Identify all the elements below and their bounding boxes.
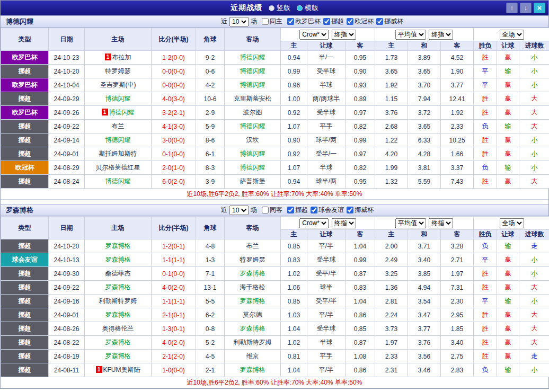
match-count-select[interactable]: 10 [229,206,249,215]
scope-select[interactable]: 全场 [500,30,524,40]
euro-odds-source-select[interactable]: 平均值 [395,218,426,228]
handicap-outcome: 输 [497,161,519,175]
title-group: 近期战绩 竖版 横版 [1,1,548,15]
euro-draw-odds: 5.59 [408,175,441,189]
league-filter-checkbox[interactable] [287,18,294,25]
league-filter[interactable]: 挪威杯 [347,206,374,215]
match-row: 欧罗巴杯24-10-04圣吉罗斯(中)0-0(0-0)4-2博德闪耀0.96半球… [1,78,549,92]
euro-away-odds: 7.43 [441,175,474,189]
league-tag: 挪超 [1,295,49,308]
away-team-name: 博德闪耀 [240,54,265,61]
title-bar: 近期战绩 竖版 横版 ↑ ↓ × [1,1,548,15]
league-filter[interactable]: 欧冠杯 [347,17,374,26]
match-score: 4-0(3-0) [152,92,196,106]
win-draw-loss: 负 [474,161,497,175]
layout-radio-horizontal[interactable]: 横版 [297,3,318,13]
euro-home-odds: 3.65 [375,65,408,78]
match-score: 1-0(0-0) [152,363,196,377]
home-team-name: KFUM奥斯陆 [103,366,140,373]
match-row: 欧冠杯24-08-29贝尔格莱德红星2-0(1-0)8-3博德闪耀1.07半球0… [1,161,549,175]
euro-away-odds: 3.77 [441,78,474,92]
close-button[interactable]: × [534,3,545,13]
same-venue-checkbox[interactable] [262,18,269,25]
match-score: 1-3(0-1) [152,322,196,336]
match-row: 挪超24-09-29博德闪耀4-0(3-0)10-6克里斯蒂安松1.00两/两球… [1,92,549,106]
league-filter-checkbox[interactable] [323,18,330,25]
match-date: 24-10-20 [49,65,85,78]
match-score: 1-1(1-1) [152,295,196,308]
asia-handicap: 受半球 [307,253,346,267]
away-team: 博德闪耀 [225,147,281,161]
euro-home-odds: 3.76 [375,106,408,120]
away-team-name: 博德闪耀 [240,150,265,157]
corner-count: 6-2 [196,308,225,322]
asia-odds-source-select[interactable]: Crow* [299,218,329,228]
layout-radio-vertical[interactable]: 竖版 [269,3,290,13]
league-filter-checkbox[interactable] [347,207,353,213]
league-filter[interactable]: 挪超 [287,206,308,215]
corner-count: 5-9 [196,120,225,133]
scope-select[interactable]: 全场 [500,218,524,228]
summary-line: 近10场,胜6平2负2, 胜率:60% 让胜率:70% 大率:40% 单率:50… [1,189,548,200]
corner-count: 1-3 [196,253,225,267]
over-under-outcome: 小 [519,78,549,92]
league-filter[interactable]: 挪超 [323,17,344,26]
win-draw-loss: 负 [474,239,497,253]
euro-odds-source-select[interactable]: 平均值 [395,30,426,40]
league-filter-checkbox[interactable] [347,18,353,25]
match-date: 24-09-26 [49,106,85,120]
league-filter-checkbox[interactable] [287,207,294,213]
handicap-outcome: 赢 [497,78,519,92]
home-team-name: 特罗姆瑟 [105,67,131,75]
away-team-name: 汉坎 [246,136,259,144]
away-team-name: 罗森博格 [240,297,265,305]
league-filter[interactable]: 欧罗巴杯 [287,17,321,26]
asia-away-odds: 0.89 [346,92,375,106]
asia-handicap: 平/半 [307,308,346,322]
over-under-outcome: 大 [519,92,549,106]
move-down-button[interactable]: ↓ [520,3,532,13]
asia-odds-source-select[interactable]: Crow* [299,30,329,40]
league-filter-checkbox[interactable] [311,207,317,213]
match-row: 欧罗巴杯24-09-261博德闪耀3-2(2-1)2-9波尔图0.92受半球0.… [1,106,549,120]
subcol-euro-home: 主 [375,230,408,239]
euro-draw-odds: 3.40 [408,253,441,267]
scope-header: 全场 [474,217,549,230]
same-venue-filter[interactable]: 同客 [262,206,282,215]
match-score: 0-1(0-0) [152,267,196,281]
home-team-name: 罗森博格 [105,256,131,263]
asia-odds-stage-select[interactable]: 终指 [332,30,356,40]
same-venue-checkbox[interactable] [262,207,269,213]
home-team: 1布拉加 [85,51,152,65]
home-team-name: 布兰 [112,122,125,130]
over-under-outcome: 大 [519,175,549,189]
same-venue-filter[interactable]: 同主 [262,17,282,26]
league-filter[interactable]: 挪威杯 [376,17,403,26]
league-filter[interactable]: 球会友谊 [311,206,344,215]
asia-odds-stage-select[interactable]: 终指 [332,218,356,228]
euro-home-odds: 2.33 [375,350,408,363]
league-tag: 球会友谊 [1,253,49,267]
euro-home-odds: 2.68 [375,120,408,133]
match-count-select[interactable]: 10 [229,17,249,26]
league-filter-checkbox[interactable] [376,18,383,25]
win-draw-loss: 平 [474,253,497,267]
euro-home-odds: 3.25 [375,267,408,281]
filters-bar: 近 10 场 同客 挪超球会友谊挪威杯 [221,204,374,216]
asia-away-odds: 0.86 [346,363,375,377]
match-date: 24-08-26 [49,322,85,336]
euro-odds-stage-select[interactable]: 终指 [429,30,453,40]
corner-count: 7-1 [196,267,225,281]
over-under-outcome: 小 [519,253,549,267]
match-score: 1-1(1-1) [152,253,196,267]
asia-away-odds: 0.85 [346,322,375,336]
over-under-outcome: 小 [519,267,549,281]
filters-bar: 近 10 场 同主 欧罗巴杯挪超欧冠杯挪威杯 [221,16,403,27]
euro-draw-odds: 4.94 [408,281,441,295]
home-team: 博德闪耀 [85,133,152,147]
euro-odds-stage-select[interactable]: 终指 [429,218,453,228]
results-table: 类型 日期 主场 比分(半场) 角球 客场 Crow* 终指 平均值 终指 [1,216,549,377]
move-up-button[interactable]: ↑ [506,3,518,13]
corner-count: 4-5 [196,350,225,363]
col-home: 主场 [85,217,152,239]
